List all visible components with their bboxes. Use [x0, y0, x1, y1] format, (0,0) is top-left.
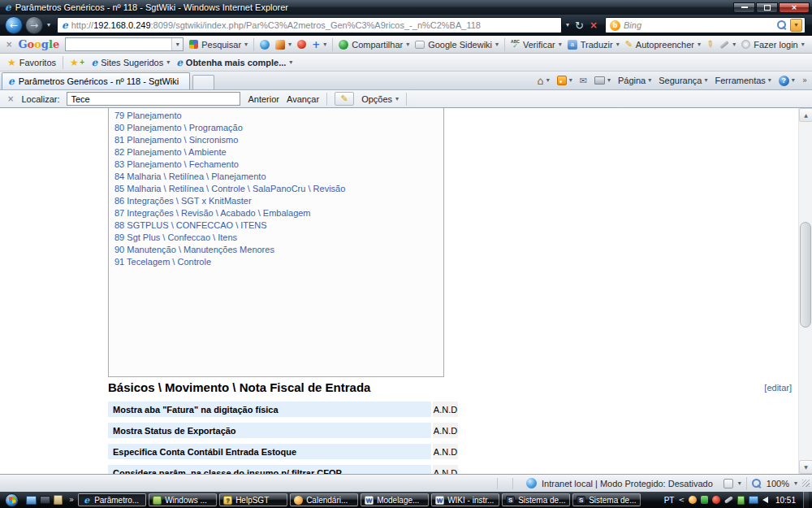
- language-indicator[interactable]: PT: [664, 496, 675, 505]
- favorites-button[interactable]: ★ Favoritos: [7, 58, 56, 67]
- tray-messenger-icon[interactable]: [701, 496, 708, 504]
- minimize-button[interactable]: [733, 2, 755, 13]
- clock[interactable]: 10:51: [775, 496, 796, 505]
- taskbar-button-sistema-1[interactable]: SSistema de...: [502, 493, 570, 506]
- quick-launch-icon[interactable]: [40, 496, 50, 504]
- stop-button[interactable]: ×: [588, 20, 599, 30]
- toc-link[interactable]: 91 Tecelagem \ Controle: [114, 256, 443, 268]
- window-title: Parâmetros Genéricos - nº 118 - SgtWiki …: [15, 2, 729, 12]
- tray-volume-icon[interactable]: [762, 497, 768, 503]
- find-next-button[interactable]: Avançar: [287, 94, 319, 104]
- new-tab-button[interactable]: [192, 75, 214, 89]
- help-menu[interactable]: ?▾: [779, 76, 795, 86]
- get-more-addons-button[interactable]: e Obtenha mais comple... ▾: [176, 58, 292, 67]
- taskbar-button-wiki[interactable]: WWIKI - instr...: [431, 493, 499, 506]
- tray-battery-icon[interactable]: [737, 496, 745, 505]
- read-mail-button[interactable]: ✉: [580, 76, 587, 85]
- toc-link[interactable]: 81 Planejamento \ Sincronismo: [114, 134, 443, 146]
- highlighter-icon[interactable]: ✎: [705, 38, 716, 50]
- search-magnifier-icon[interactable]: [777, 20, 787, 30]
- maximize-button[interactable]: [756, 2, 778, 13]
- taskbar-button-calendario[interactable]: Calendári...: [290, 493, 358, 506]
- compatibility-view-icon[interactable]: [723, 479, 733, 488]
- search-input[interactable]: [624, 20, 774, 30]
- toc-link[interactable]: 82 Planejamento \ Ambiente: [114, 146, 443, 158]
- toc-link[interactable]: 80 Planejamento \ Programação: [114, 122, 443, 134]
- google-search-button[interactable]: Pesquisar ▾: [189, 40, 248, 50]
- tab-parametros-genericos[interactable]: e Parâmetros Genéricos - nº 118 - SgtWik…: [2, 72, 190, 89]
- refresh-button[interactable]: ↻: [573, 20, 585, 31]
- taskbar-button-sistema-2[interactable]: SSistema de...: [572, 493, 641, 506]
- page-menu[interactable]: Página▾: [618, 76, 651, 85]
- login-button[interactable]: Fazer login ▾: [741, 40, 804, 50]
- sidewiki-button[interactable]: Google Sidewiki ▾: [415, 40, 499, 50]
- toolbar-close-icon[interactable]: ×: [6, 41, 12, 49]
- zoom-level[interactable]: 100%: [767, 479, 789, 488]
- quick-launch-icon[interactable]: [54, 495, 63, 505]
- search-box[interactable]: b ▾: [605, 17, 806, 33]
- google-search-input[interactable]: [66, 40, 171, 50]
- find-input[interactable]: [67, 92, 240, 106]
- highlight-all-button[interactable]: ✎: [335, 92, 354, 106]
- close-button[interactable]: ×: [779, 2, 810, 13]
- toc-link[interactable]: 89 Sgt Plus \ Confeccao \ Itens: [114, 232, 443, 244]
- google-search-field[interactable]: ▾: [65, 37, 184, 51]
- scroll-down-button[interactable]: ▼: [799, 460, 812, 474]
- tools-menu[interactable]: Ferramentas▾: [715, 76, 771, 85]
- toc-link[interactable]: 79 Planejamento: [114, 110, 443, 122]
- show-desktop-button[interactable]: [803, 492, 809, 508]
- tray-expand-chevron-icon[interactable]: <: [678, 497, 685, 504]
- taskbar-button-modelagem[interactable]: WModelage...: [361, 493, 429, 506]
- find-options-button[interactable]: Opções ▾: [361, 94, 399, 104]
- address-dropdown[interactable]: ▾: [564, 22, 571, 28]
- suggested-sites-button[interactable]: e Sites Sugeridos ▾: [91, 58, 170, 67]
- toc-link[interactable]: 88 SGTPLUS \ CONFECCAO \ ITENS: [114, 219, 443, 232]
- google-search-dropdown[interactable]: ▾: [171, 38, 183, 50]
- taskbar-button-ie[interactable]: eParâmetro...: [78, 493, 146, 506]
- scroll-up-button[interactable]: ▲: [799, 108, 812, 122]
- caret-icon[interactable]: ▾: [738, 480, 741, 487]
- tray-antivirus-icon[interactable]: [712, 496, 720, 504]
- toc-link[interactable]: 87 Integrações \ Revisão \ Acabado \ Emb…: [114, 207, 443, 219]
- vertical-scrollbar[interactable]: ▲ ▼: [798, 108, 812, 474]
- start-button[interactable]: [5, 493, 19, 507]
- print-button[interactable]: ▾: [594, 76, 611, 85]
- caret-icon[interactable]: ▾: [794, 480, 797, 487]
- toc-link[interactable]: 84 Malharia \ Retilínea \ Planejamento: [114, 171, 443, 183]
- toc-link[interactable]: 85 Malharia \ Retilínea \ Controle \ Sal…: [114, 183, 443, 195]
- back-button[interactable]: ←: [5, 16, 23, 34]
- feeds-button[interactable]: ▾: [557, 76, 572, 85]
- google-earth-icon[interactable]: [260, 40, 270, 50]
- tray-network-icon[interactable]: [749, 496, 758, 504]
- tray-pen-icon[interactable]: [724, 496, 733, 504]
- logo-letter: e: [53, 38, 59, 50]
- search-provider-dropdown[interactable]: ▾: [790, 19, 802, 32]
- scrollbar-thumb[interactable]: [800, 222, 811, 328]
- find-close-icon[interactable]: ×: [7, 95, 14, 103]
- recent-pages-dropdown[interactable]: ▾: [45, 22, 52, 28]
- toc-link[interactable]: 86 Integrações \ SGT x KnitMaster: [114, 195, 443, 207]
- find-previous-button[interactable]: Anterior: [248, 94, 279, 104]
- add-gadget-button[interactable]: +▾: [312, 40, 326, 50]
- home-button[interactable]: ⌂▾: [537, 76, 549, 86]
- spellcheck-button[interactable]: ABC✓ Verificar ▾: [511, 40, 562, 50]
- quick-launch-overflow-icon[interactable]: »: [69, 496, 74, 504]
- share-button[interactable]: Compartilhar ▾: [339, 40, 409, 50]
- toc-link[interactable]: 83 Planejamento \ Fechamento: [114, 158, 443, 171]
- photos-button[interactable]: ▾: [275, 40, 292, 50]
- streetview-icon[interactable]: [297, 40, 306, 49]
- address-bar[interactable]: e http://192.168.0.249:8099/sgtwiki/inde…: [57, 17, 562, 33]
- tray-clock-icon[interactable]: [689, 496, 697, 504]
- add-favorite-button[interactable]: ★+: [70, 58, 84, 67]
- taskbar-button-windows[interactable]: Windows ...: [149, 493, 217, 506]
- edit-section-link[interactable]: [editar]: [764, 383, 792, 393]
- quick-launch-icon[interactable]: [26, 496, 37, 505]
- security-menu[interactable]: Segurança▾: [659, 76, 707, 85]
- translate-button[interactable]: a Traduzir ▾: [568, 40, 620, 50]
- overflow-chevron-icon[interactable]: »: [802, 76, 807, 85]
- toolbar-options-button[interactable]: ▾: [719, 41, 736, 48]
- taskbar-button-helpsgt[interactable]: ?HelpSGT: [219, 493, 287, 506]
- autofill-button[interactable]: ✎ Autopreencher ▾: [625, 40, 701, 50]
- toc-link[interactable]: 90 Manutenção \ Manutenções Menores: [114, 244, 443, 256]
- forward-button[interactable]: →: [25, 16, 43, 34]
